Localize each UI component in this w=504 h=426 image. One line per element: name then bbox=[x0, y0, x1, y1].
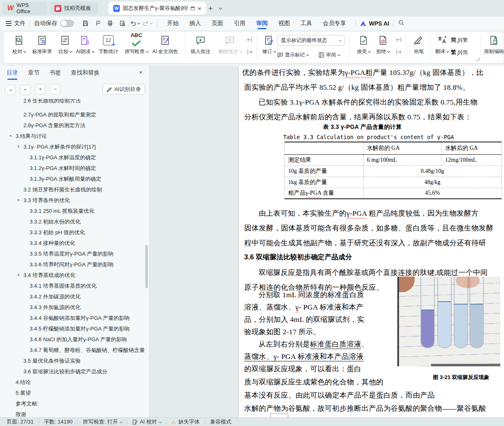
toc-item[interactable]: ▼ 3.1γ- PGA 水解条件的探讨[17] bbox=[0, 142, 147, 152]
redo-button[interactable] bbox=[141, 19, 153, 28]
toc-item[interactable]: 3.4.4 谷氨酸钠添加量对γ-PGA 产量的影响 bbox=[0, 313, 147, 324]
previous-comment-icon[interactable] bbox=[246, 36, 253, 43]
word-count-indicator[interactable]: 字数: 14190 bbox=[44, 418, 72, 426]
tab-view[interactable]: 视图 bbox=[273, 16, 295, 30]
toc-item[interactable]: 2.6 生长曲线的绘制方法 bbox=[0, 99, 147, 109]
reject-button[interactable]: 拒绝 bbox=[373, 34, 393, 55]
document-page[interactable]: 优的条件进行实验，实验结果为γ-PGA粗产量 105.37g/（kg 固体基质）… bbox=[239, 66, 504, 417]
spell-check-status[interactable]: 拼写检查: 打开 bbox=[83, 418, 122, 426]
proofread-button[interactable]: 校对 bbox=[6, 34, 32, 55]
toc-item[interactable]: 3.4.3 外加氮源的优化 bbox=[0, 302, 147, 313]
tab-close-icon[interactable]: × bbox=[198, 5, 201, 12]
restrict-edit-button[interactable]: 限制编辑 bbox=[483, 34, 504, 55]
tab-tools[interactable]: 工具 bbox=[295, 16, 317, 30]
new-tab-button[interactable]: + bbox=[208, 2, 217, 15]
search-icon[interactable] bbox=[398, 19, 404, 27]
ai-recognize-toc-button[interactable]: AI识别目录 bbox=[103, 84, 145, 95]
toc-item[interactable]: 3.3.4 接种量的优化 bbox=[0, 238, 147, 249]
sidebar-tab-find-replace[interactable]: 查找和替换 bbox=[71, 69, 100, 79]
page-indicator[interactable]: 页面: 27/31 bbox=[7, 418, 34, 426]
autosave-toggle[interactable] bbox=[60, 20, 74, 27]
tab-home[interactable]: 开始 bbox=[162, 16, 184, 30]
next-change-icon[interactable] bbox=[395, 48, 402, 56]
accept-button[interactable]: 接受 bbox=[353, 34, 374, 55]
draw-button[interactable]: 画笔 bbox=[409, 34, 429, 55]
tab-template[interactable]: 找稻壳模板 bbox=[49, 2, 98, 15]
sidebar-close-icon[interactable]: × bbox=[139, 69, 142, 76]
expand-all-button[interactable] bbox=[5, 85, 16, 95]
traditional-to-simplified-button[interactable]: 繁 转简 bbox=[451, 47, 468, 57]
toc-item[interactable]: 3.2 纳豆芽孢杆菌生长曲线的绘制 bbox=[0, 184, 147, 195]
print-preview-icon[interactable] bbox=[116, 19, 128, 28]
toc-item[interactable]: 3.4.7 葡萄糖、酵母粉、谷氨酸钠、柠檬酸钠含量 ... bbox=[0, 345, 147, 356]
tab-window-icon[interactable] bbox=[191, 7, 195, 10]
tab-review[interactable]: 审阅 bbox=[251, 16, 273, 30]
insert-comment-button[interactable]: 插入批注 bbox=[187, 34, 214, 55]
toc-item[interactable]: 3.6 双缩脲法比较初步确定产品成分 bbox=[0, 366, 147, 377]
tab-membership[interactable]: 会员专享 bbox=[317, 16, 351, 30]
wps-ai-button[interactable]: WPS AI bbox=[360, 20, 389, 27]
tab-document[interactable]: W 固态发酵生产γ-聚谷氨酸的研 × bbox=[108, 2, 206, 15]
group-expand-icon[interactable] bbox=[476, 57, 479, 61]
previous-change-icon[interactable] bbox=[395, 36, 402, 43]
tab-reference[interactable]: 引用 bbox=[229, 16, 251, 30]
translate-button[interactable]: 翻译 bbox=[432, 34, 452, 55]
compat-mode-indicator[interactable]: 兼容模式 bbox=[210, 418, 231, 426]
toc-item[interactable]: 3.4.2 外加碳源的优化 bbox=[0, 291, 147, 302]
toc-item[interactable]: 3.3.6 培养时间对γ-PGA 产量的影响 bbox=[0, 259, 147, 270]
print-icon[interactable] bbox=[104, 19, 116, 28]
spell-check-button[interactable]: ABC 拼写检查 bbox=[123, 34, 149, 55]
toc-item[interactable]: 3.3.1 250 mL 摇瓶装量优化 bbox=[0, 206, 147, 216]
toc-item[interactable]: 3.3.5 培养温度对γ-PGA 产量的影响 bbox=[0, 249, 147, 259]
zoom-in-button[interactable]: + bbox=[35, 84, 46, 94]
ai-polish-button[interactable]: AI 全文润色 bbox=[149, 34, 182, 55]
toc-item[interactable]: 3.3.3 初始 pH 值的优化 bbox=[0, 227, 147, 238]
toc-item[interactable]: 3.4.5 柠檬酸钠添加量对γ-PGA 产量的影响 bbox=[0, 324, 147, 334]
file-menu[interactable]: 文件 bbox=[6, 20, 26, 27]
toc-item[interactable]: 2.7γ-PGA 的提取和粗产量测定 bbox=[0, 109, 147, 120]
ai-read-aloud-button[interactable]: AI朗读 bbox=[72, 34, 98, 55]
toc-item[interactable]: ▼ 3.结果与讨论 bbox=[0, 131, 147, 142]
toc-item[interactable]: 3.4.6 NaCl 的加入量对γ-PGA 产量的影响 bbox=[0, 334, 147, 345]
markup-state-select[interactable]: 显示标记的最终状态 bbox=[277, 35, 345, 46]
toc-item[interactable]: 5.展望 bbox=[0, 388, 147, 398]
triangle-down-icon[interactable]: ▼ bbox=[17, 142, 20, 152]
toc-item[interactable]: 3.1.2γ-PGA 水解时间的确定 bbox=[0, 163, 147, 174]
triangle-down-icon[interactable]: ▼ bbox=[9, 131, 12, 142]
toc-item[interactable]: 致谢 bbox=[0, 409, 147, 417]
toc-item[interactable]: 3.5 最优化条件验证实验 bbox=[0, 356, 147, 366]
toc-item[interactable]: 3.1.1γ-PGA 水解温度的确定 bbox=[0, 152, 147, 163]
standard-review-button[interactable]: 标准审查 bbox=[29, 34, 55, 55]
show-markup-button[interactable]: 显示标记 bbox=[277, 50, 308, 60]
undo-button[interactable] bbox=[128, 19, 141, 28]
toc-item[interactable]: 3.4.1 培养基固体基质的优化 bbox=[0, 281, 147, 291]
triangle-down-icon[interactable]: ▼ bbox=[17, 195, 20, 206]
simplified-to-traditional-button[interactable]: 简 转繁 bbox=[451, 35, 468, 45]
triangle-down-icon[interactable]: ▼ bbox=[17, 270, 20, 281]
toc-item[interactable]: ▼ 3.3 培养条件的优化 bbox=[0, 195, 147, 206]
toc-item[interactable]: 参考文献: bbox=[0, 398, 147, 409]
word-count-button[interactable]: 12+ 字数统计 bbox=[95, 34, 121, 55]
tab-page[interactable]: 页面 bbox=[206, 16, 229, 30]
sidebar-tab-chapters[interactable]: 章节 bbox=[28, 69, 40, 79]
toc-item[interactable]: 3.3.2 初始水份的优化 bbox=[0, 216, 147, 227]
sidebar-tab-bookmarks[interactable]: 书签 bbox=[49, 69, 61, 79]
export-pdf-icon[interactable] bbox=[91, 19, 104, 28]
save-icon[interactable] bbox=[79, 19, 91, 28]
tab-insert[interactable]: 插入 bbox=[184, 16, 206, 30]
divider bbox=[30, 20, 30, 27]
sidebar-scrollbar[interactable] bbox=[145, 245, 148, 288]
toc-item[interactable]: 4.结论 bbox=[0, 377, 147, 388]
missing-font-warning[interactable]: ⚠缺失字体 bbox=[171, 418, 200, 426]
review-pane-button[interactable]: 审阅 bbox=[318, 50, 340, 60]
next-comment-icon[interactable] bbox=[246, 48, 253, 56]
ai-proofread-status[interactable]: AI 校对 bbox=[132, 418, 161, 426]
toc-item[interactable]: ▼ 3.4 培养基组成的优化 bbox=[0, 270, 147, 281]
zoom-out-button[interactable]: − bbox=[50, 84, 61, 94]
tab-wps-office[interactable]: W WPS Office bbox=[2, 2, 47, 15]
tab-list-dropdown[interactable] bbox=[219, 2, 226, 15]
collapse-all-button[interactable] bbox=[20, 85, 30, 95]
toc-item[interactable]: 3.1.3γ-PGA 水解酸用量的确定 bbox=[0, 174, 147, 184]
sidebar-tab-toc[interactable]: 目录 bbox=[7, 69, 18, 79]
toc-item[interactable]: 2.8γ-PGA 含量的测定方法 bbox=[0, 120, 147, 131]
